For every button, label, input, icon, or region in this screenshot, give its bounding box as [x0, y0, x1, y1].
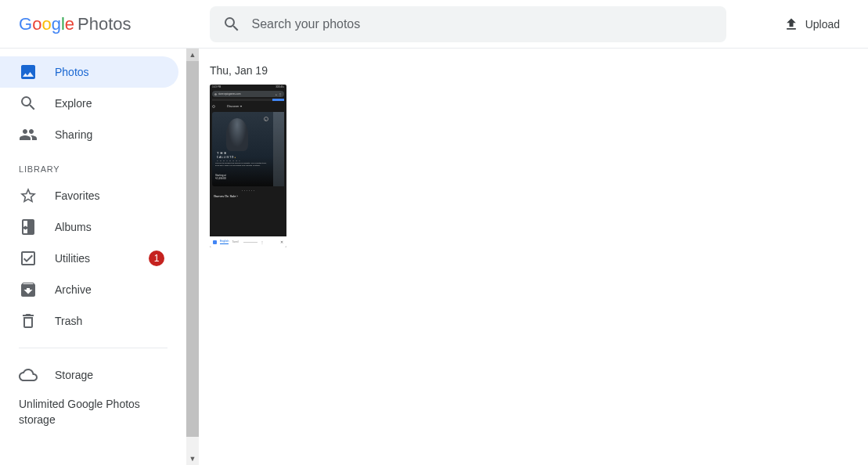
- thumb-game-title2: CALLISTO: [217, 156, 234, 159]
- nav-label: Sharing: [55, 128, 92, 141]
- app-header: Google Photos Upload: [0, 0, 868, 49]
- nav-label: Photos: [55, 66, 89, 78]
- people-icon: [19, 125, 38, 144]
- thumb-discover: Discover ▾: [227, 104, 242, 108]
- thumb-sale-label: Games On Sale ›: [210, 193, 286, 200]
- storage-text: Unlimited Google Photos storage: [0, 391, 186, 434]
- upload-icon: [783, 16, 799, 32]
- sidebar-item-favorites[interactable]: Favorites: [0, 180, 178, 211]
- utilities-badge: 1: [149, 251, 164, 266]
- archive-icon: [19, 280, 38, 299]
- library-section-label: LIBRARY: [0, 150, 186, 180]
- scroll-down-arrow[interactable]: ▼: [186, 452, 199, 465]
- main-content: Thu, Jan 19 3:43 PM 300kB/s store.epicga…: [199, 49, 868, 465]
- sidebar-scrollbar[interactable]: ▲ ▼: [186, 49, 199, 465]
- thumb-discover-row: Discover ▾: [212, 104, 284, 108]
- nav-label: Albums: [55, 221, 92, 233]
- sidebar-item-utilities[interactable]: Utilities 1: [0, 243, 178, 274]
- star-icon: [19, 186, 38, 205]
- thumb-status-net: 300kB/s: [276, 85, 284, 88]
- google-photos-logo[interactable]: Google Photos: [19, 14, 131, 34]
- scroll-thumb[interactable]: [186, 61, 199, 437]
- search-input[interactable]: [252, 17, 714, 31]
- trash-icon: [19, 312, 38, 330]
- nav-label: Trash: [55, 315, 82, 327]
- sidebar-item-sharing[interactable]: Sharing: [0, 119, 178, 150]
- nav-label: Explore: [55, 97, 92, 110]
- thumb-lang-tab1: English: [220, 240, 229, 244]
- nav-label: Favorites: [55, 189, 100, 202]
- date-group-header: Thu, Jan 19: [210, 64, 857, 77]
- sidebar-item-trash[interactable]: Trash: [0, 305, 178, 337]
- thumb-hero-card: + T H E CALLISTO● P R O T O C O L Surviv…: [212, 112, 284, 186]
- search-icon: [19, 94, 38, 113]
- thumb-translate-bar: English Tamil ⋮ ✕: [210, 236, 286, 247]
- divider: [19, 348, 167, 348]
- close-icon: ✕: [280, 240, 283, 244]
- thumb-status-time: 3:43 PM: [212, 85, 221, 88]
- nav-label: Archive: [55, 283, 92, 296]
- upload-label: Upload: [805, 18, 840, 31]
- utilities-icon: [19, 249, 38, 268]
- nav-label: Storage: [55, 369, 93, 381]
- sidebar: Photos Explore Sharing LIBRARY Favorites…: [0, 49, 186, 465]
- album-icon: [19, 218, 38, 236]
- sidebar-item-explore[interactable]: Explore: [0, 88, 178, 119]
- search-bar[interactable]: [210, 6, 726, 42]
- thumb-lang-tab2: Tamil: [232, 240, 238, 243]
- upload-button[interactable]: Upload: [774, 10, 849, 38]
- photos-icon: [19, 63, 38, 81]
- sidebar-item-albums[interactable]: Albums: [0, 211, 178, 243]
- sidebar-item-photos[interactable]: Photos: [0, 56, 178, 88]
- thumb-url-text: store.epicgames.com: [218, 92, 241, 96]
- cloud-icon: [19, 366, 38, 384]
- nav-label: Utilities: [55, 252, 90, 265]
- search-icon: [222, 15, 241, 34]
- photo-thumbnail[interactable]: 3:43 PM 300kB/s store.epicgames.com + ⋮ …: [210, 85, 286, 247]
- sidebar-item-archive[interactable]: Archive: [0, 274, 178, 305]
- scroll-up-arrow[interactable]: ▲: [186, 49, 199, 61]
- thumb-game-title1: T H E: [217, 151, 227, 155]
- thumb-url-bar: store.epicgames.com + ⋮: [212, 91, 284, 97]
- thumb-price: ₹2,499.00: [215, 177, 226, 180]
- sidebar-item-storage[interactable]: Storage: [0, 359, 178, 391]
- logo-product-text: Photos: [77, 14, 131, 34]
- thumb-desc: Survive to escape the horrors of Callist…: [215, 162, 270, 168]
